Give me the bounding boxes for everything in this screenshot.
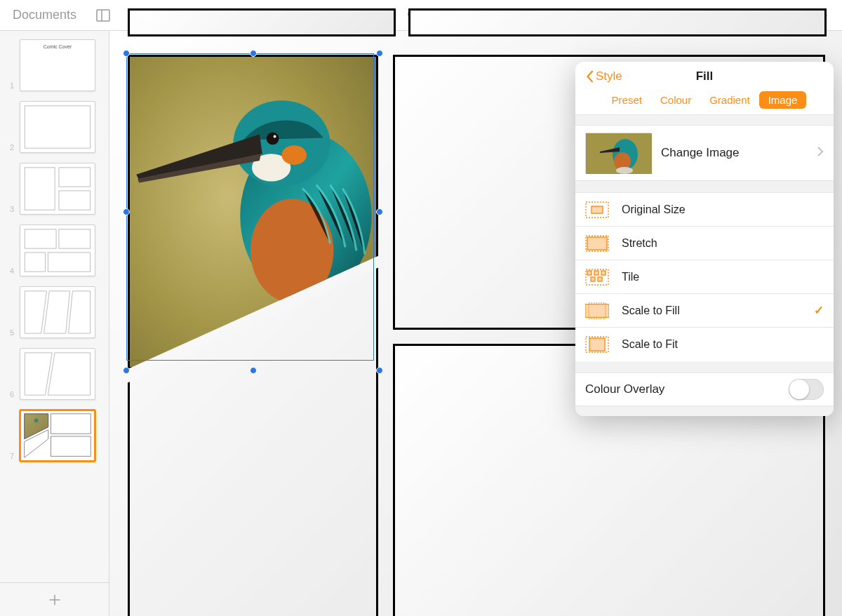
svg-rect-11 bbox=[25, 229, 56, 248]
svg-rect-13 bbox=[25, 253, 45, 272]
svg-rect-10 bbox=[59, 191, 91, 210]
chevron-left-icon bbox=[585, 69, 594, 83]
svg-marker-19 bbox=[48, 353, 90, 395]
page-number: 6 bbox=[7, 390, 14, 400]
page-thumbnail-4[interactable] bbox=[20, 225, 95, 276]
svg-marker-18 bbox=[25, 353, 52, 395]
svg-marker-16 bbox=[44, 291, 70, 333]
svg-marker-15 bbox=[25, 291, 46, 333]
page-thumbnail-7[interactable] bbox=[20, 410, 95, 462]
resize-handle[interactable] bbox=[123, 367, 130, 374]
resize-handle[interactable] bbox=[376, 367, 383, 374]
page-thumbnail-3[interactable] bbox=[20, 163, 95, 215]
comic-panel[interactable] bbox=[128, 8, 396, 36]
documents-back-button[interactable]: Documents bbox=[13, 8, 76, 22]
page-number: 5 bbox=[7, 328, 14, 338]
scale-to-fit-icon bbox=[585, 336, 609, 353]
svg-rect-8 bbox=[25, 168, 55, 210]
fill-popover: Style Fill Preset Colour Gradient Image bbox=[575, 62, 834, 416]
svg-rect-14 bbox=[48, 253, 90, 272]
scale-to-fill-icon bbox=[585, 302, 609, 319]
checkmark-icon: ✓ bbox=[814, 303, 824, 318]
colour-overlay-toggle[interactable] bbox=[789, 379, 824, 400]
svg-marker-17 bbox=[69, 291, 91, 333]
resize-handle[interactable] bbox=[376, 208, 383, 215]
resize-handle[interactable] bbox=[250, 367, 257, 374]
change-image-row[interactable]: Change Image bbox=[575, 125, 834, 181]
cover-label: Comic Cover bbox=[20, 44, 95, 49]
svg-rect-50 bbox=[601, 271, 606, 275]
page-number: 7 bbox=[7, 452, 14, 462]
svg-rect-49 bbox=[594, 271, 599, 275]
option-scale-to-fit[interactable]: Scale to Fit bbox=[575, 328, 834, 361]
page-thumbnail-1[interactable]: Comic Cover bbox=[20, 39, 95, 91]
svg-rect-51 bbox=[591, 277, 595, 281]
tile-icon bbox=[585, 269, 609, 286]
svg-point-24 bbox=[34, 418, 39, 422]
layout-icon[interactable] bbox=[95, 7, 112, 24]
svg-rect-44 bbox=[592, 206, 603, 213]
original-size-icon bbox=[585, 201, 609, 218]
resize-handle[interactable] bbox=[376, 50, 383, 57]
page-thumbnail-2[interactable] bbox=[20, 101, 95, 153]
tab-colour[interactable]: Colour bbox=[651, 91, 700, 109]
option-stretch[interactable]: Stretch bbox=[575, 227, 834, 260]
svg-rect-22 bbox=[51, 414, 91, 434]
colour-overlay-label: Colour Overlay bbox=[585, 382, 789, 396]
comic-panel[interactable] bbox=[408, 8, 827, 36]
popover-back-button[interactable]: Style bbox=[585, 69, 622, 83]
add-page-button[interactable] bbox=[0, 582, 109, 616]
selection-bounds bbox=[126, 53, 380, 370]
resize-handle[interactable] bbox=[250, 50, 257, 57]
svg-marker-20 bbox=[25, 414, 48, 439]
svg-rect-52 bbox=[598, 277, 602, 281]
option-scale-to-fill[interactable]: Scale to Fill ✓ bbox=[575, 294, 834, 328]
page-number: 1 bbox=[7, 81, 14, 91]
svg-rect-7 bbox=[25, 106, 90, 148]
chevron-right-icon bbox=[817, 146, 824, 160]
svg-rect-56 bbox=[589, 338, 605, 351]
svg-rect-9 bbox=[59, 168, 91, 187]
page-thumbnail-5[interactable] bbox=[20, 286, 95, 338]
page-thumbnail-6[interactable] bbox=[20, 348, 95, 400]
change-image-label: Change Image bbox=[661, 146, 807, 160]
svg-rect-46 bbox=[587, 237, 607, 250]
scale-mode-list: Original Size Stretch bbox=[575, 192, 834, 361]
colour-overlay-row: Colour Overlay bbox=[575, 373, 834, 406]
image-thumbnail bbox=[585, 133, 651, 173]
option-original-size[interactable]: Original Size bbox=[575, 193, 834, 227]
svg-rect-0 bbox=[97, 10, 109, 21]
tab-gradient[interactable]: Gradient bbox=[700, 91, 759, 109]
svg-point-42 bbox=[616, 167, 633, 174]
page-number: 4 bbox=[7, 267, 14, 276]
tab-image[interactable]: Image bbox=[759, 91, 807, 109]
resize-handle[interactable] bbox=[123, 208, 130, 215]
tab-preset[interactable]: Preset bbox=[603, 91, 651, 109]
option-tile[interactable]: Tile bbox=[575, 260, 834, 294]
svg-rect-48 bbox=[587, 271, 592, 275]
fill-type-tabs: Preset Colour Gradient Image bbox=[575, 91, 834, 114]
svg-rect-12 bbox=[59, 229, 91, 248]
page-number: 2 bbox=[7, 143, 14, 153]
stretch-icon bbox=[585, 235, 609, 252]
svg-rect-23 bbox=[51, 436, 91, 456]
page-sidebar: 1 Comic Cover 2 3 4 bbox=[0, 31, 109, 616]
resize-handle[interactable] bbox=[123, 50, 130, 57]
page-number: 3 bbox=[7, 205, 14, 215]
